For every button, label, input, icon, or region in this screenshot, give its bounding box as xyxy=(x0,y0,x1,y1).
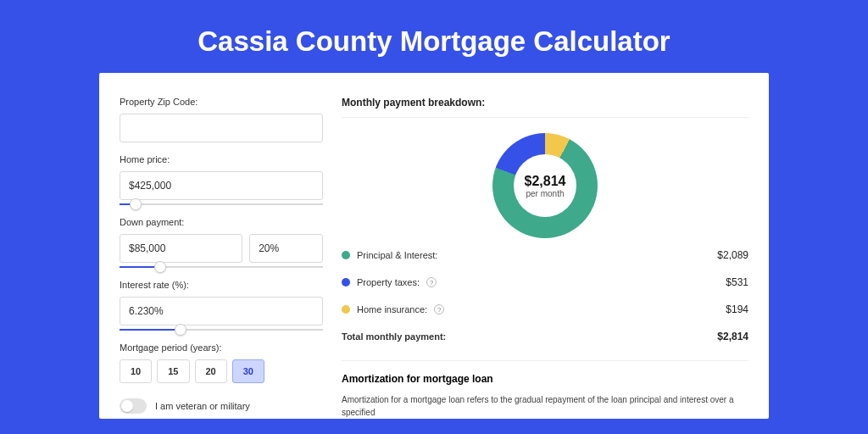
period-row: 10152030 xyxy=(120,359,323,383)
breakdown-label: Property taxes: xyxy=(357,277,420,287)
toggle-knob xyxy=(121,400,133,412)
amortization-title: Amortization for mortgage loan xyxy=(342,373,748,385)
principal-swatch xyxy=(342,251,350,259)
down-slider-thumb[interactable] xyxy=(154,261,166,273)
info-icon[interactable]: ? xyxy=(426,277,437,287)
zip-label: Property Zip Code: xyxy=(120,97,323,107)
breakdown-row-left: Home insurance:? xyxy=(342,304,444,314)
rate-label: Interest rate (%): xyxy=(120,280,323,290)
veteran-label: I am veteran or military xyxy=(155,401,250,411)
price-input[interactable] xyxy=(120,171,323,200)
veteran-row: I am veteran or military xyxy=(120,398,323,414)
price-slider-thumb[interactable] xyxy=(130,198,142,210)
down-percent-input[interactable] xyxy=(249,234,323,263)
rate-field: Interest rate (%): xyxy=(120,280,323,331)
breakdown-label: Principal & Interest: xyxy=(357,250,437,260)
donut-chart: $2,814 per month xyxy=(492,133,598,238)
rate-slider-fill xyxy=(120,329,181,331)
breakdown-amount: $194 xyxy=(726,303,748,315)
divider xyxy=(342,117,748,118)
down-amount-input[interactable] xyxy=(120,234,242,263)
breakdown-label: Home insurance: xyxy=(357,304,427,314)
breakdown-amount: $531 xyxy=(726,276,748,288)
breakdown-row-left: Principal & Interest: xyxy=(342,250,437,260)
zip-field: Property Zip Code: xyxy=(120,97,323,142)
donut-value: $2,814 xyxy=(525,174,566,189)
calculator-card: Property Zip Code: Home price: Down paym… xyxy=(99,73,769,419)
donut-wrap: $2,814 per month xyxy=(342,128,748,242)
period-10[interactable]: 10 xyxy=(120,359,152,383)
veteran-toggle[interactable] xyxy=(120,398,147,414)
breakdown-row: Property taxes:?$531 xyxy=(342,269,748,296)
price-slider[interactable] xyxy=(120,203,323,205)
donut-center: $2,814 per month xyxy=(525,174,566,198)
breakdown-list: Principal & Interest:$2,089Property taxe… xyxy=(342,242,748,323)
breakdown-row: Home insurance:?$194 xyxy=(342,296,748,323)
down-label: Down payment: xyxy=(120,217,323,227)
total-row: Total monthly payment: $2,814 xyxy=(342,323,748,350)
rate-slider-thumb[interactable] xyxy=(175,324,186,336)
period-15[interactable]: 15 xyxy=(157,359,189,383)
total-amount: $2,814 xyxy=(717,331,748,342)
period-label: Mortgage period (years): xyxy=(120,342,323,353)
breakdown-row-left: Property taxes:? xyxy=(342,277,437,287)
form-column: Property Zip Code: Home price: Down paym… xyxy=(120,97,323,419)
period-20[interactable]: 20 xyxy=(195,359,227,383)
taxes-swatch xyxy=(342,278,350,287)
period-field: Mortgage period (years): 10152030 xyxy=(120,342,323,383)
price-field: Home price: xyxy=(120,154,323,205)
rate-slider[interactable] xyxy=(120,329,323,331)
page-title: Cassia County Mortgage Calculator xyxy=(0,0,868,73)
info-icon[interactable]: ? xyxy=(434,304,444,314)
breakdown-amount: $2,089 xyxy=(717,249,748,261)
insurance-swatch xyxy=(342,305,350,314)
amortization-section: Amortization for mortgage loan Amortizat… xyxy=(342,360,748,419)
zip-input[interactable] xyxy=(120,114,323,142)
rate-input[interactable] xyxy=(120,297,323,326)
donut-sub: per month xyxy=(525,189,566,198)
breakdown-title: Monthly payment breakdown: xyxy=(342,97,748,108)
total-label: Total monthly payment: xyxy=(342,331,446,342)
breakdown-column: Monthly payment breakdown: $2,814 per mo… xyxy=(342,97,748,419)
down-slider[interactable] xyxy=(120,266,323,268)
period-30[interactable]: 30 xyxy=(232,359,264,383)
amortization-text: Amortization for a mortgage loan refers … xyxy=(342,393,748,419)
breakdown-row: Principal & Interest:$2,089 xyxy=(342,242,748,269)
price-label: Home price: xyxy=(120,154,323,164)
down-field: Down payment: xyxy=(120,217,323,268)
